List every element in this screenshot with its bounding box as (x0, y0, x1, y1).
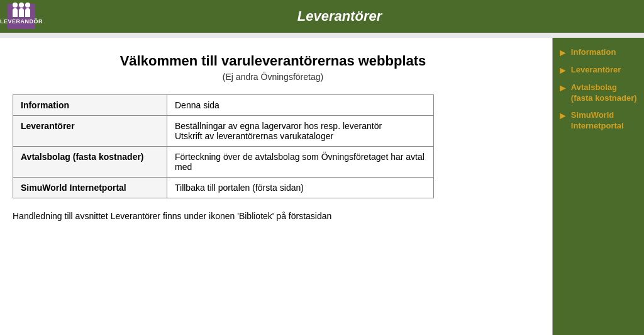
table-row: Information Denna sida (13, 95, 434, 116)
header-separator (0, 33, 644, 38)
bullet-icon: ► (558, 47, 568, 59)
sidebar-item-leverantorer[interactable]: ► Leverantörer (553, 62, 644, 79)
sidebar-item-label: Avtalsbolag (fasta kostnader) (571, 82, 639, 104)
table-cell-label: SimuWorld Internetportal (13, 178, 167, 198)
sidebar-item-information[interactable]: ► Information (553, 44, 644, 62)
page-subheading: (Ej andra Övningsföretag) (13, 72, 533, 82)
sidebar-item-label: Leverantörer (571, 65, 621, 76)
sidebar-item-avtalsbolag[interactable]: ► Avtalsbolag (fasta kostnader) (553, 79, 644, 107)
main-layout: Välkommen till varuleverantörernas webbp… (0, 38, 644, 335)
table-row: SimuWorld Internetportal Tillbaka till p… (13, 178, 434, 198)
bullet-icon: ► (558, 110, 568, 122)
table-cell-desc: Förteckning över de avtalsbolag som Övni… (167, 147, 434, 178)
bullet-icon: ► (558, 65, 568, 76)
sidebar-item-label: SimuWorld Internetportal (571, 110, 639, 132)
sidebar-item-simuworld[interactable]: ► SimuWorld Internetportal (553, 107, 644, 135)
logo: LEVERANDÖR (8, 4, 35, 29)
table-cell-label: Leverantörer (13, 116, 167, 147)
header: LEVERANDÖR Leverantörer (0, 0, 644, 33)
people-icon (13, 8, 30, 17)
table-row: Leverantörer Beställningar av egna lager… (13, 116, 434, 147)
page-title: Leverantörer (43, 8, 636, 25)
sidebar-item-label: Information (571, 47, 616, 58)
logo-text: LEVERANDÖR (0, 18, 43, 25)
table-row: Avtalsbolag (fasta kostnader) Förtecknin… (13, 147, 434, 178)
table-cell-label: Avtalsbolag (fasta kostnader) (13, 147, 167, 178)
table-cell-desc: Tillbaka till portalen (första sidan) (167, 178, 434, 198)
content-area: Välkommen till varuleverantörernas webbp… (0, 38, 552, 335)
info-table: Information Denna sida Leverantörer Best… (13, 94, 434, 198)
bullet-icon: ► (558, 82, 568, 94)
footer-note: Handledning till avsnittet Leverantörer … (13, 211, 533, 221)
sidebar: ► Information ► Leverantörer ► Avtalsbol… (553, 38, 644, 335)
table-cell-label: Information (13, 95, 167, 116)
page-heading: Välkommen till varuleverantörernas webbp… (13, 53, 533, 69)
desc-line-1: Beställningar av egna lagervaror hos res… (175, 121, 382, 131)
desc-line-2: Utskrift av leverantörernas varukataloge… (175, 131, 333, 141)
table-cell-desc: Beställningar av egna lagervaror hos res… (167, 116, 434, 147)
table-cell-desc: Denna sida (167, 95, 434, 116)
